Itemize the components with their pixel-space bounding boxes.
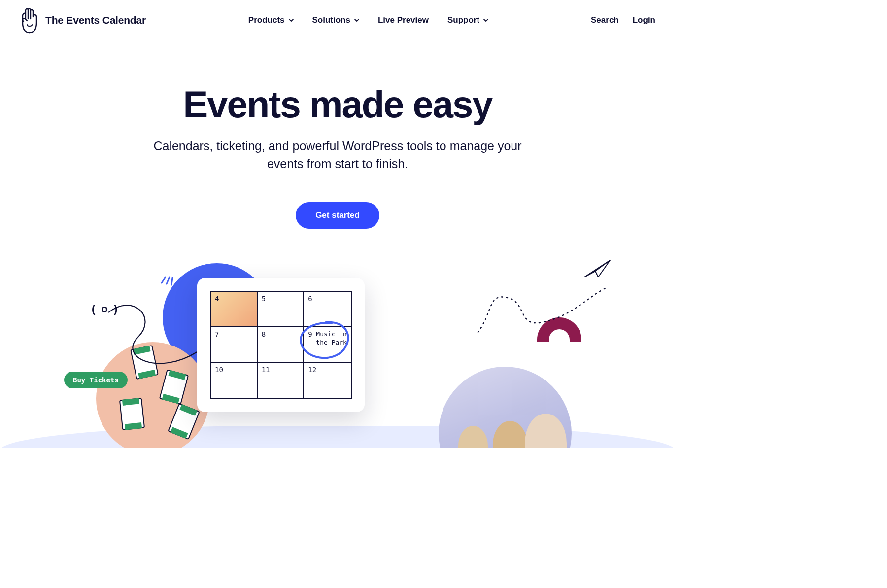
chevron-down-icon	[289, 18, 294, 23]
hero-illustration: Buy Tickets ( o ) 4 5 6 7 8 9 Music in t…	[0, 258, 675, 448]
calendar-day-number: 7	[215, 330, 219, 338]
nav-item-solutions[interactable]: Solutions	[312, 15, 359, 25]
calendar-cell: 8	[258, 327, 305, 363]
person-silhouette	[525, 414, 567, 448]
calendar-cell: 5	[258, 292, 305, 327]
calendar-day-number: 11	[262, 366, 270, 374]
calendar-cell-event: 9 Music in the Park	[304, 327, 351, 363]
person-silhouette	[493, 421, 527, 448]
calendar-day-number: 12	[308, 366, 316, 374]
primary-nav: Products Solutions Live Preview Support	[166, 15, 571, 25]
brand[interactable]: The Events Calendar	[20, 7, 146, 34]
calendar-day-number: 10	[215, 366, 223, 374]
hero: Events made easy Calendars, ticketing, a…	[0, 40, 675, 229]
spark-icon	[159, 268, 178, 288]
brand-name: The Events Calendar	[45, 14, 146, 26]
calendar-cell: 11	[258, 363, 305, 398]
nav-item-support[interactable]: Support	[447, 15, 488, 25]
background-band	[0, 426, 675, 448]
calendar-day-number: 5	[262, 295, 266, 303]
calendar-day-number: 4	[215, 295, 219, 303]
hero-subtitle: Calendars, ticketing, and powerful WordP…	[150, 137, 525, 173]
nav-label: Live Preview	[378, 15, 429, 25]
calendar-day-number: 8	[262, 330, 266, 338]
chevron-down-icon	[483, 18, 488, 23]
calendar-cell: 6	[304, 292, 351, 327]
calendar-day-number: 9	[308, 330, 312, 338]
ticket-icon	[119, 398, 145, 430]
dotted-path-icon	[473, 278, 611, 347]
squiggle-path-icon	[103, 298, 212, 386]
get-started-button[interactable]: Get started	[296, 202, 379, 229]
calendar-cell: 12	[304, 363, 351, 398]
calendar-grid: 4 5 6 7 8 9 Music in the Park 10 11 12	[210, 291, 352, 399]
nav-label: Products	[248, 15, 285, 25]
calendar-cell: 10	[211, 363, 258, 398]
nav-utility: Search Login	[591, 15, 655, 25]
nav-item-live-preview[interactable]: Live Preview	[378, 15, 429, 25]
nav-label: Solutions	[312, 15, 350, 25]
calendar-card: 4 5 6 7 8 9 Music in the Park 10 11 12	[197, 278, 365, 412]
chevron-down-icon	[354, 18, 359, 23]
calendar-event-label: Music in the Park	[316, 330, 348, 346]
brand-logo-icon	[20, 7, 39, 34]
site-header: The Events Calendar Products Solutions L…	[0, 0, 675, 40]
hero-title: Events made easy	[0, 85, 675, 124]
calendar-day-number: 6	[308, 295, 312, 303]
calendar-cell: 7	[211, 327, 258, 363]
nav-label: Support	[447, 15, 479, 25]
person-silhouette	[458, 426, 488, 448]
crowd-photo	[439, 367, 572, 448]
login-link[interactable]: Login	[633, 15, 655, 25]
calendar-cell: 4	[211, 292, 258, 327]
paper-plane-icon	[583, 258, 611, 278]
nav-item-products[interactable]: Products	[248, 15, 294, 25]
search-link[interactable]: Search	[591, 15, 619, 25]
